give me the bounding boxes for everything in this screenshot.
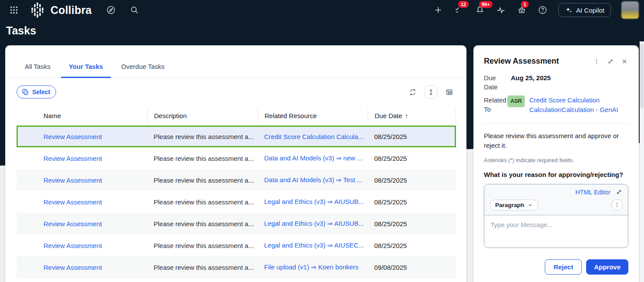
detail-panel-title: Review Assessment bbox=[484, 57, 559, 66]
basket-count-badge: 1 bbox=[521, 1, 529, 8]
task-due-date: 08/25/2025 bbox=[368, 133, 456, 140]
task-description: Please review this assessment a... bbox=[147, 264, 258, 271]
page-title: Tasks bbox=[6, 24, 36, 37]
detail-actions: Reject Approve bbox=[484, 259, 628, 275]
task-related-link[interactable]: Legal and Ethics (v3) ⇒ AIUSUB... bbox=[264, 198, 364, 205]
related-resource-link[interactable]: Credit Score Calculation CalculationCalc… bbox=[529, 95, 623, 115]
task-related-link[interactable]: File upload (v1) ⇒ Koen bonkers bbox=[264, 263, 359, 271]
collibra-logo[interactable]: Collibra bbox=[29, 1, 92, 19]
brand-name: Collibra bbox=[50, 4, 92, 17]
html-editor-link[interactable]: HTML Editor bbox=[575, 189, 610, 196]
app-grid-icon[interactable] bbox=[9, 5, 19, 15]
table-row[interactable]: Review Assessment Please review this ass… bbox=[17, 213, 456, 234]
task-due-date: 08/25/2025 bbox=[368, 220, 456, 228]
task-table-body: Review Assessment Please review this ass… bbox=[17, 126, 456, 278]
message-input[interactable] bbox=[484, 215, 628, 246]
task-instruction-text: Please review this assessment and approv… bbox=[484, 131, 628, 150]
column-header-description[interactable]: Description bbox=[147, 108, 258, 123]
help-icon[interactable] bbox=[537, 5, 548, 15]
ai-copilot-label: AI Copilot bbox=[576, 7, 604, 14]
tasks-panel: All Tasks Your Tasks Overdue Tasks Selec… bbox=[5, 45, 466, 282]
task-name-link[interactable]: Review Assessment bbox=[44, 220, 102, 228]
column-header-name[interactable]: Name bbox=[17, 108, 147, 123]
editor-more-options-icon[interactable] bbox=[611, 199, 623, 211]
rich-text-editor: HTML Editor Paragraph bbox=[484, 184, 628, 248]
basket-icon[interactable]: 1 bbox=[517, 5, 527, 15]
select-button-label: Select bbox=[32, 88, 50, 95]
column-header-due-date[interactable]: Due Date ↑ bbox=[368, 108, 456, 123]
due-date-label: Due Date bbox=[484, 73, 511, 92]
chevron-down-icon bbox=[528, 203, 533, 207]
add-icon[interactable] bbox=[433, 5, 443, 15]
editor-expand-icon[interactable] bbox=[616, 189, 623, 196]
task-related-link[interactable]: Legal and Ethics (v3) ⇒ AIUSEC... bbox=[264, 241, 364, 249]
tab-all-tasks[interactable]: All Tasks bbox=[23, 58, 52, 77]
table-row[interactable]: Review Assessment Please review this ass… bbox=[17, 126, 456, 147]
multi-select-icon bbox=[21, 88, 29, 96]
task-due-date: 08/25/2025 bbox=[368, 198, 456, 206]
task-name-link[interactable]: Review Assessment bbox=[44, 264, 102, 271]
task-description: Please review this assessment a... bbox=[147, 133, 258, 140]
task-related-link[interactable]: Legal and Ethics (v3) ⇒ AIUSUB... bbox=[264, 220, 364, 227]
task-name-link[interactable]: Review Assessment bbox=[44, 177, 102, 184]
paragraph-format-dropdown[interactable]: Paragraph bbox=[490, 200, 538, 211]
table-row[interactable]: Review Assessment Please review this ass… bbox=[17, 169, 456, 191]
due-date-row: Due Date Aug 25, 2025 bbox=[484, 73, 628, 92]
my-tasks-icon[interactable]: 12 bbox=[454, 5, 464, 15]
due-date-value: Aug 25, 2025 bbox=[511, 73, 551, 92]
sparkle-icon bbox=[565, 6, 573, 14]
search-icon[interactable] bbox=[129, 5, 140, 15]
section-divider bbox=[484, 123, 628, 123]
editor-toolbar: HTML Editor Paragraph bbox=[484, 184, 628, 215]
review-assessment-panel: Review Assessment Due Date Aug 25, 2025 … bbox=[473, 45, 639, 282]
task-description: Please review this assessment a... bbox=[147, 220, 258, 228]
task-name-link[interactable]: Review Assessment bbox=[44, 198, 102, 206]
table-row[interactable]: Review Assessment Please review this ass… bbox=[17, 256, 456, 278]
task-description: Please review this assessment a... bbox=[147, 177, 258, 184]
tasks-count-badge: 12 bbox=[458, 1, 469, 8]
task-name-link[interactable]: Review Assessment bbox=[44, 242, 102, 249]
task-description: Please review this assessment a... bbox=[147, 155, 258, 162]
close-panel-icon[interactable] bbox=[621, 58, 628, 65]
select-button[interactable]: Select bbox=[17, 85, 56, 99]
task-name-link[interactable]: Review Assessment bbox=[44, 155, 102, 162]
table-row[interactable]: Review Assessment Please review this ass… bbox=[17, 147, 456, 169]
user-avatar[interactable] bbox=[621, 1, 639, 19]
tab-overdue-tasks[interactable]: Overdue Tasks bbox=[120, 58, 167, 77]
table-header: Name Description Related Resource Due Da… bbox=[17, 108, 456, 123]
related-to-row: Related To ASR Credit Score Calculation … bbox=[484, 95, 628, 115]
task-related-link[interactable]: Data and AI Models (v3) ⇒ Test ... bbox=[264, 176, 362, 183]
sort-ascending-icon[interactable]: ↑ bbox=[405, 112, 408, 119]
refresh-icon[interactable] bbox=[407, 86, 418, 98]
column-header-related-resource[interactable]: Related Resource bbox=[258, 108, 368, 123]
ai-copilot-button[interactable]: AI Copilot bbox=[558, 3, 611, 17]
task-related-link[interactable]: Data and AI Models (v3) ⇒ new ... bbox=[264, 154, 362, 162]
task-due-date: 08/25/2025 bbox=[368, 177, 456, 184]
editor-body bbox=[484, 215, 628, 248]
top-app-bar: Collibra 12 99+ 1 bbox=[0, 0, 644, 20]
tasks-table: Name Description Related Resource Due Da… bbox=[17, 108, 456, 278]
activity-icon[interactable] bbox=[496, 5, 506, 15]
task-due-date: 08/25/2025 bbox=[368, 155, 456, 162]
page-scrollbar[interactable] bbox=[640, 41, 644, 282]
table-row[interactable]: Review Assessment Please review this ass… bbox=[17, 191, 456, 213]
table-row[interactable]: Review Assessment Please review this ass… bbox=[17, 234, 456, 256]
table-view-icon[interactable] bbox=[443, 86, 455, 98]
tab-your-tasks[interactable]: Your Tasks bbox=[67, 58, 105, 77]
kebab-menu-icon[interactable] bbox=[593, 58, 600, 65]
table-toolbar: Select bbox=[17, 84, 455, 100]
row-height-icon[interactable] bbox=[424, 85, 437, 99]
expand-panel-icon[interactable] bbox=[607, 58, 614, 65]
asset-type-badge: ASR bbox=[507, 95, 525, 107]
reject-button[interactable]: Reject bbox=[545, 259, 582, 275]
task-description: Please review this assessment a... bbox=[147, 198, 258, 206]
related-to-label: Related To bbox=[484, 95, 507, 114]
task-name-link[interactable]: Review Assessment bbox=[44, 133, 102, 140]
compass-icon[interactable] bbox=[106, 5, 116, 15]
tasks-tabs: All Tasks Your Tasks Overdue Tasks bbox=[5, 58, 466, 78]
task-related-link[interactable]: Credit Score Calculation Calcula... bbox=[264, 133, 363, 140]
approve-button[interactable]: Approve bbox=[586, 259, 628, 275]
task-description: Please review this assessment a... bbox=[147, 242, 258, 249]
scrollbar-thumb[interactable] bbox=[640, 43, 644, 109]
notifications-bell-icon[interactable]: 99+ bbox=[475, 5, 485, 15]
